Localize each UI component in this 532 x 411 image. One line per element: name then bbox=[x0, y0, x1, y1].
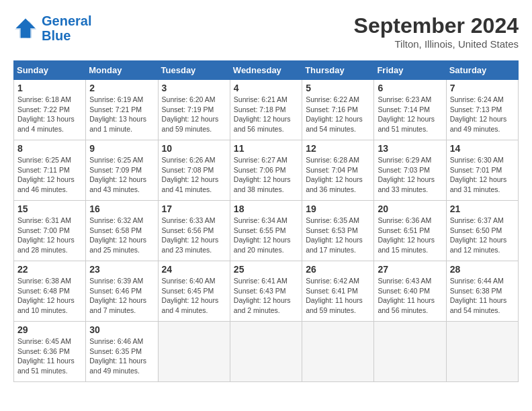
calendar-cell: 2Sunrise: 6:19 AM Sunset: 7:21 PM Daylig… bbox=[86, 80, 158, 140]
calendar-cell: 11Sunrise: 6:27 AM Sunset: 7:06 PM Dayli… bbox=[230, 140, 302, 201]
calendar-cell: 7Sunrise: 6:24 AM Sunset: 7:13 PM Daylig… bbox=[446, 80, 518, 140]
calendar-cell: 3Sunrise: 6:20 AM Sunset: 7:19 PM Daylig… bbox=[158, 80, 230, 140]
logo-icon bbox=[13, 16, 38, 40]
day-info: Sunrise: 6:26 AM Sunset: 7:08 PM Dayligh… bbox=[162, 155, 226, 195]
title-block: September 2024 Tilton, Illinois, United … bbox=[354, 13, 519, 50]
day-number: 18 bbox=[234, 203, 298, 214]
day-info: Sunrise: 6:35 AM Sunset: 6:53 PM Dayligh… bbox=[306, 216, 370, 255]
day-number: 3 bbox=[162, 83, 226, 93]
day-number: 29 bbox=[17, 324, 82, 335]
calendar-cell: 20Sunrise: 6:36 AM Sunset: 6:51 PM Dayli… bbox=[374, 201, 446, 261]
week-row-5: 29Sunrise: 6:45 AM Sunset: 6:36 PM Dayli… bbox=[14, 322, 519, 382]
day-number: 6 bbox=[378, 83, 442, 93]
calendar-cell: 4Sunrise: 6:21 AM Sunset: 7:18 PM Daylig… bbox=[230, 80, 302, 140]
calendar-cell: 6Sunrise: 6:23 AM Sunset: 7:14 PM Daylig… bbox=[374, 80, 446, 140]
day-number: 10 bbox=[162, 143, 226, 154]
day-info: Sunrise: 6:19 AM Sunset: 7:21 PM Dayligh… bbox=[89, 95, 154, 134]
day-info: Sunrise: 6:36 AM Sunset: 6:51 PM Dayligh… bbox=[378, 216, 442, 255]
day-info: Sunrise: 6:29 AM Sunset: 7:03 PM Dayligh… bbox=[378, 155, 442, 195]
day-info: Sunrise: 6:44 AM Sunset: 6:38 PM Dayligh… bbox=[450, 276, 515, 316]
day-info: Sunrise: 6:38 AM Sunset: 6:48 PM Dayligh… bbox=[17, 276, 82, 316]
calendar-cell: 27Sunrise: 6:43 AM Sunset: 6:40 PM Dayli… bbox=[374, 261, 446, 322]
day-number: 26 bbox=[306, 264, 370, 275]
day-number: 14 bbox=[450, 143, 515, 154]
day-info: Sunrise: 6:32 AM Sunset: 6:58 PM Dayligh… bbox=[89, 216, 154, 255]
calendar-cell bbox=[374, 322, 446, 382]
calendar-cell: 19Sunrise: 6:35 AM Sunset: 6:53 PM Dayli… bbox=[302, 201, 374, 261]
day-number: 15 bbox=[17, 203, 82, 214]
day-number: 20 bbox=[378, 203, 442, 214]
calendar-cell: 16Sunrise: 6:32 AM Sunset: 6:58 PM Dayli… bbox=[86, 201, 158, 261]
calendar-cell: 29Sunrise: 6:45 AM Sunset: 6:36 PM Dayli… bbox=[14, 322, 86, 382]
day-info: Sunrise: 6:27 AM Sunset: 7:06 PM Dayligh… bbox=[234, 155, 298, 195]
calendar-cell: 18Sunrise: 6:34 AM Sunset: 6:55 PM Dayli… bbox=[230, 201, 302, 261]
calendar-cell: 26Sunrise: 6:42 AM Sunset: 6:41 PM Dayli… bbox=[302, 261, 374, 322]
day-info: Sunrise: 6:43 AM Sunset: 6:40 PM Dayligh… bbox=[378, 276, 442, 316]
weekday-header-thursday: Thursday bbox=[302, 61, 374, 80]
weekday-header-row: SundayMondayTuesdayWednesdayThursdayFrid… bbox=[14, 61, 519, 80]
calendar-cell bbox=[158, 322, 230, 382]
calendar-cell: 22Sunrise: 6:38 AM Sunset: 6:48 PM Dayli… bbox=[14, 261, 86, 322]
calendar-cell: 5Sunrise: 6:22 AM Sunset: 7:16 PM Daylig… bbox=[302, 80, 374, 140]
day-info: Sunrise: 6:24 AM Sunset: 7:13 PM Dayligh… bbox=[450, 95, 515, 134]
day-number: 30 bbox=[89, 324, 154, 335]
day-number: 22 bbox=[17, 264, 82, 275]
day-info: Sunrise: 6:46 AM Sunset: 6:35 PM Dayligh… bbox=[89, 336, 154, 376]
day-info: Sunrise: 6:18 AM Sunset: 7:22 PM Dayligh… bbox=[17, 95, 82, 134]
day-number: 5 bbox=[306, 83, 370, 93]
calendar-cell: 14Sunrise: 6:30 AM Sunset: 7:01 PM Dayli… bbox=[446, 140, 518, 201]
calendar-cell: 28Sunrise: 6:44 AM Sunset: 6:38 PM Dayli… bbox=[446, 261, 518, 322]
logo-text: General Blue bbox=[42, 13, 91, 43]
calendar-cell: 13Sunrise: 6:29 AM Sunset: 7:03 PM Dayli… bbox=[374, 140, 446, 201]
day-number: 9 bbox=[89, 143, 154, 154]
calendar-cell: 25Sunrise: 6:41 AM Sunset: 6:43 PM Dayli… bbox=[230, 261, 302, 322]
week-row-4: 22Sunrise: 6:38 AM Sunset: 6:48 PM Dayli… bbox=[14, 261, 519, 322]
calendar-table: SundayMondayTuesdayWednesdayThursdayFrid… bbox=[13, 60, 519, 382]
day-number: 25 bbox=[234, 264, 298, 275]
week-row-1: 1Sunrise: 6:18 AM Sunset: 7:22 PM Daylig… bbox=[14, 80, 519, 140]
day-info: Sunrise: 6:34 AM Sunset: 6:55 PM Dayligh… bbox=[234, 216, 298, 255]
calendar-cell: 12Sunrise: 6:28 AM Sunset: 7:04 PM Dayli… bbox=[302, 140, 374, 201]
day-info: Sunrise: 6:40 AM Sunset: 6:45 PM Dayligh… bbox=[162, 276, 226, 316]
day-info: Sunrise: 6:22 AM Sunset: 7:16 PM Dayligh… bbox=[306, 95, 370, 134]
day-info: Sunrise: 6:42 AM Sunset: 6:41 PM Dayligh… bbox=[306, 276, 370, 316]
calendar-cell: 21Sunrise: 6:37 AM Sunset: 6:50 PM Dayli… bbox=[446, 201, 518, 261]
day-info: Sunrise: 6:28 AM Sunset: 7:04 PM Dayligh… bbox=[306, 155, 370, 195]
calendar-cell: 8Sunrise: 6:25 AM Sunset: 7:11 PM Daylig… bbox=[14, 140, 86, 201]
day-info: Sunrise: 6:41 AM Sunset: 6:43 PM Dayligh… bbox=[234, 276, 298, 316]
day-number: 2 bbox=[89, 83, 154, 93]
calendar-cell: 9Sunrise: 6:25 AM Sunset: 7:09 PM Daylig… bbox=[86, 140, 158, 201]
calendar-cell bbox=[446, 322, 518, 382]
month-title: September 2024 bbox=[354, 13, 519, 38]
day-number: 19 bbox=[306, 203, 370, 214]
calendar-cell: 23Sunrise: 6:39 AM Sunset: 6:46 PM Dayli… bbox=[86, 261, 158, 322]
week-row-3: 15Sunrise: 6:31 AM Sunset: 7:00 PM Dayli… bbox=[14, 201, 519, 261]
day-number: 7 bbox=[450, 83, 515, 93]
week-row-2: 8Sunrise: 6:25 AM Sunset: 7:11 PM Daylig… bbox=[14, 140, 519, 201]
calendar-cell: 30Sunrise: 6:46 AM Sunset: 6:35 PM Dayli… bbox=[86, 322, 158, 382]
day-number: 27 bbox=[378, 264, 442, 275]
day-info: Sunrise: 6:25 AM Sunset: 7:11 PM Dayligh… bbox=[17, 155, 82, 195]
day-info: Sunrise: 6:30 AM Sunset: 7:01 PM Dayligh… bbox=[450, 155, 515, 195]
day-number: 17 bbox=[162, 203, 226, 214]
calendar-cell: 10Sunrise: 6:26 AM Sunset: 7:08 PM Dayli… bbox=[158, 140, 230, 201]
day-number: 8 bbox=[17, 143, 82, 154]
day-info: Sunrise: 6:33 AM Sunset: 6:56 PM Dayligh… bbox=[162, 216, 226, 255]
day-number: 4 bbox=[234, 83, 298, 93]
calendar-cell bbox=[230, 322, 302, 382]
day-number: 12 bbox=[306, 143, 370, 154]
weekday-header-monday: Monday bbox=[86, 61, 158, 80]
day-number: 16 bbox=[89, 203, 154, 214]
day-number: 28 bbox=[450, 264, 515, 275]
weekday-header-wednesday: Wednesday bbox=[230, 61, 302, 80]
logo: General Blue bbox=[13, 13, 91, 43]
weekday-header-tuesday: Tuesday bbox=[158, 61, 230, 80]
day-info: Sunrise: 6:21 AM Sunset: 7:18 PM Dayligh… bbox=[234, 95, 298, 134]
day-info: Sunrise: 6:39 AM Sunset: 6:46 PM Dayligh… bbox=[89, 276, 154, 316]
day-info: Sunrise: 6:37 AM Sunset: 6:50 PM Dayligh… bbox=[450, 216, 515, 255]
day-info: Sunrise: 6:25 AM Sunset: 7:09 PM Dayligh… bbox=[89, 155, 154, 195]
day-info: Sunrise: 6:23 AM Sunset: 7:14 PM Dayligh… bbox=[378, 95, 442, 134]
weekday-header-sunday: Sunday bbox=[14, 61, 86, 80]
day-number: 13 bbox=[378, 143, 442, 154]
weekday-header-saturday: Saturday bbox=[446, 61, 518, 80]
